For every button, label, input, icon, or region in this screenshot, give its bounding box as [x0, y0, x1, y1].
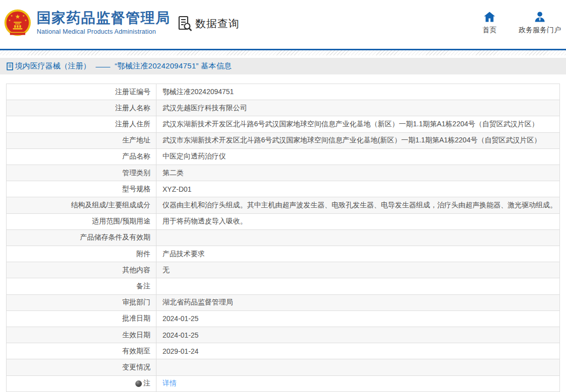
row-value-text: 武汉东湖新技术开发区北斗路6号武汉国家地球空间信息产业化基地（新区）一期1.1期…	[163, 120, 539, 129]
person-icon	[534, 12, 546, 22]
row-value-text: 无	[163, 266, 170, 275]
detail-link[interactable]: 详情	[163, 379, 177, 388]
row-label: 审批部门	[7, 295, 156, 310]
home-link-label: 首页	[482, 26, 497, 35]
row-value-text: 产品技术要求	[163, 250, 205, 259]
table-row: 备注	[7, 278, 559, 294]
row-label: 批准日期	[7, 311, 156, 327]
row-label-text: 变更情况	[122, 363, 150, 372]
row-value-text: 2024-01-25	[163, 315, 199, 323]
svg-text:★: ★	[25, 19, 27, 22]
table-row: 产品储存条件及有效期	[7, 230, 559, 246]
row-label-text: 产品储存条件及有效期	[80, 233, 150, 242]
row-value: 2029-01-24	[156, 343, 559, 359]
portal-link-label: 政务服务门户	[519, 26, 561, 35]
table-row: 产品名称中医定向透药治疗仪	[7, 149, 559, 165]
row-label: 型号规格	[7, 181, 156, 197]
home-link[interactable]: 首页	[482, 12, 497, 35]
row-label-text: 注册人住所	[115, 120, 150, 129]
row-label: 生效日期	[7, 327, 156, 343]
home-icon	[483, 12, 496, 22]
svg-text:★: ★	[23, 14, 25, 17]
row-value	[156, 278, 559, 294]
breadcrumb-dash: ——	[96, 62, 110, 70]
row-label: 备注	[7, 278, 156, 294]
row-value: 详情	[156, 376, 559, 391]
row-value: 武汉先越医疗科技有限公司	[156, 100, 559, 116]
row-label: 管理类别	[7, 165, 156, 181]
svg-text:★: ★	[9, 19, 11, 22]
row-label: 注	[7, 376, 156, 391]
row-label: 注册人住所	[7, 116, 156, 132]
row-label: 附件	[7, 246, 156, 262]
row-value: 2024-01-25	[156, 311, 559, 327]
note-icon	[135, 380, 142, 387]
row-value-text: 中医定向透药治疗仪	[163, 152, 226, 161]
table-row: 审批部门湖北省药品监督管理局	[7, 295, 559, 311]
row-label-text: 批准日期	[122, 314, 150, 323]
row-value: 仪器由主机和治疗头组成。其中主机由超声波发生器、电致孔发生器、电导发生器组成，治…	[156, 197, 559, 213]
row-value-text: 仪器由主机和治疗头组成。其中主机由超声波发生器、电致孔发生器、电导发生器组成，治…	[163, 201, 557, 210]
row-value-text: 2024-01-25	[163, 331, 199, 339]
row-label: 其他内容	[7, 262, 156, 278]
table-row: 注册证编号鄂械注准20242094751	[7, 84, 559, 100]
row-label: 注册人名称	[7, 100, 156, 116]
breadcrumb-section[interactable]: 境内医疗器械（注册）	[15, 61, 91, 71]
row-label-text: 注册人名称	[115, 104, 150, 113]
table-row: 变更情况	[7, 359, 559, 375]
site-header: ★ ★ ★ ★ ★ 国家药品监督管理局 National Medical Pro…	[0, 0, 566, 49]
row-value	[156, 359, 559, 375]
document-icon	[7, 62, 14, 70]
row-value-text: 武汉市东湖新技术开发区北斗路6号武汉国家地球空间信息产业化基地(新区）一期1.1…	[163, 136, 541, 145]
row-label-text: 型号规格	[122, 185, 150, 194]
row-label-text: 生产地址	[122, 136, 150, 145]
row-value: 用于将药物透皮导入吸收。	[156, 214, 559, 229]
row-label-text: 结构及组成/主要组成成分	[71, 201, 150, 210]
row-label: 变更情况	[7, 359, 156, 375]
row-value: 产品技术要求	[156, 246, 559, 262]
row-label: 有效期至	[7, 343, 156, 359]
row-value: 第二类	[156, 165, 559, 181]
org-name-cn: 国家药品监督管理局	[37, 10, 171, 26]
svg-text:★: ★	[15, 13, 21, 20]
row-label-text: 生效日期	[122, 331, 150, 340]
row-value: 鄂械注准20242094751	[156, 84, 559, 100]
hatch-strip	[0, 50, 566, 55]
row-label-text: 备注	[136, 282, 150, 291]
row-label: 生产地址	[7, 133, 156, 148]
table-row: 批准日期2024-01-25	[7, 311, 559, 327]
row-value: 2024-01-25	[156, 327, 559, 343]
row-label-text: 有效期至	[122, 347, 150, 356]
org-name-block: 国家药品监督管理局 National Medical Products Admi…	[37, 10, 171, 35]
table-row: 附件产品技术要求	[7, 246, 559, 262]
row-value: 武汉东湖新技术开发区北斗路6号武汉国家地球空间信息产业化基地（新区）一期1.1期…	[156, 116, 559, 132]
table-row: 生产地址武汉市东湖新技术开发区北斗路6号武汉国家地球空间信息产业化基地(新区）一…	[7, 133, 559, 149]
row-label-text: 适用范围/预期用途	[92, 217, 150, 226]
breadcrumb-title: “鄂械注准20242094751” 基本信息	[115, 61, 232, 71]
row-value-text: 武汉先越医疗科技有限公司	[163, 104, 247, 113]
nmpa-logo[interactable]: ★ ★ ★ ★ ★ 国家药品监督管理局 National Medical Pro…	[4, 9, 171, 37]
row-label: 适用范围/预期用途	[7, 214, 156, 229]
national-emblem-icon: ★ ★ ★ ★ ★	[4, 9, 31, 37]
row-value-text: 第二类	[163, 169, 184, 178]
row-label-text: 附件	[136, 250, 150, 259]
doc-search-icon	[178, 16, 193, 32]
row-value	[156, 230, 559, 246]
table-row: 型号规格XYZ-D01	[7, 181, 559, 197]
table-row: 注册人名称武汉先越医疗科技有限公司	[7, 100, 559, 116]
data-query-nav[interactable]: 数据查询	[178, 16, 239, 32]
table-row: 其他内容无	[7, 262, 559, 278]
portal-link[interactable]: 政务服务门户	[519, 12, 561, 35]
row-label-text: 审批部门	[122, 298, 150, 307]
svg-text:★: ★	[11, 14, 13, 17]
table-row: 注册人住所武汉东湖新技术开发区北斗路6号武汉国家地球空间信息产业化基地（新区）一…	[7, 116, 559, 132]
row-value: XYZ-D01	[156, 181, 559, 197]
row-label-text: 注	[143, 379, 150, 388]
table-row: 有效期至2029-01-24	[7, 343, 559, 359]
top-nav: 首页 政务服务门户	[482, 12, 561, 35]
table-row: 管理类别第二类	[7, 165, 559, 181]
row-value-text: 鄂械注准20242094751	[163, 88, 234, 97]
row-value: 武汉市东湖新技术开发区北斗路6号武汉国家地球空间信息产业化基地(新区）一期1.1…	[156, 133, 559, 148]
registration-info-table: 注册证编号鄂械注准20242094751注册人名称武汉先越医疗科技有限公司注册人…	[6, 84, 560, 392]
row-value-text: 湖北省药品监督管理局	[163, 298, 233, 307]
